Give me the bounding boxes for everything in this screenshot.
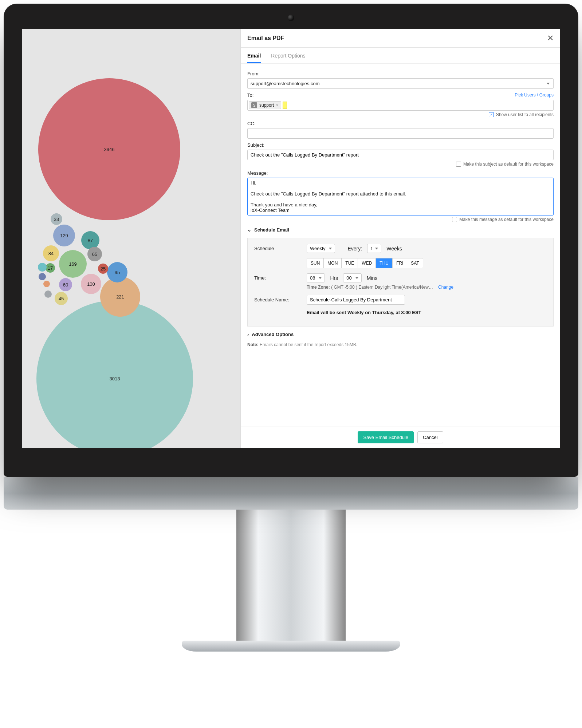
schedule-name-row: Schedule Name: [254, 295, 547, 305]
cc-label: CC: [247, 121, 554, 126]
cancel-button[interactable]: Cancel [417, 431, 443, 443]
hrs-unit: Hrs [330, 275, 338, 281]
day-fri[interactable]: FRI [393, 258, 407, 268]
monitor-stand-base [182, 641, 400, 652]
schedule-frequency-select[interactable]: Weekly [307, 244, 335, 253]
time-label: Time: [254, 275, 302, 281]
tz-label: Time Zone: [307, 285, 330, 290]
bubble: 221 [100, 277, 140, 317]
day-sun[interactable]: SUN [307, 258, 324, 268]
bubble: 100 [81, 274, 101, 294]
day-wed[interactable]: WED [358, 258, 376, 268]
recipient-chip-text: support [259, 103, 274, 108]
save-schedule-button[interactable]: Save Email Schedule [358, 431, 414, 443]
from-select[interactable]: support@eamstechnologies.com [247, 78, 554, 89]
subject-input[interactable] [247, 150, 554, 160]
tz-change-link[interactable]: Change [438, 285, 453, 290]
bubble: 45 [55, 292, 68, 305]
remove-chip-icon[interactable]: × [276, 103, 279, 108]
monitor-frame: 39463013221169129100958784656045332517 E… [4, 4, 578, 652]
bubble: 65 [87, 247, 102, 261]
chevron-right-icon: › [247, 332, 249, 337]
day-thu[interactable]: THU [376, 258, 393, 268]
note-label: Note: [247, 342, 259, 347]
close-icon[interactable]: ✕ [547, 33, 554, 43]
recipient-chip[interactable]: S support × [249, 101, 281, 109]
schedule-label: Schedule [254, 246, 302, 251]
day-tue[interactable]: TUE [342, 258, 358, 268]
schedule-section-title: Schedule Email [254, 227, 289, 233]
tab-report-options[interactable]: Report Options [271, 53, 305, 63]
chevron-down-icon: ⌄ [247, 227, 251, 233]
schedule-summary-row: Email will be sent Weekly on Thursday, a… [254, 310, 547, 315]
bubble [38, 263, 47, 272]
mins-unit: Mins [367, 275, 378, 281]
bubble: 25 [98, 264, 108, 274]
screen: 39463013221169129100958784656045332517 E… [22, 29, 560, 448]
message-default-checkbox[interactable] [452, 217, 457, 222]
bubble: 95 [107, 262, 127, 282]
monitor-chin [4, 477, 578, 510]
subject-default-row: Make this subject as default for this wo… [247, 162, 554, 167]
monitor-bezel: 39463013221169129100958784656045332517 E… [4, 4, 578, 477]
days-row: SUNMONTUEWEDTHUFRISAT [307, 258, 547, 268]
bubble: 129 [53, 225, 75, 246]
advanced-section-title: Advanced Options [252, 332, 294, 337]
bubble: 3946 [38, 78, 180, 220]
bubble: 33 [51, 213, 62, 225]
to-label-row: To: Pick Users / Groups [247, 92, 554, 98]
advanced-toggle[interactable]: › Advanced Options [247, 332, 554, 337]
schedule-name-input[interactable] [307, 295, 405, 305]
show-list-row: Show user list to all recipients [247, 112, 554, 117]
camera-dot [288, 15, 294, 21]
bubble: 3013 [36, 300, 193, 448]
message-default-label: Make this message as default for this wo… [459, 217, 554, 222]
tab-email[interactable]: Email [247, 53, 261, 63]
dialog-title: Email as PDF [247, 35, 284, 41]
recipient-avatar-icon: S [251, 102, 257, 108]
subject-label: Subject: [247, 142, 554, 148]
day-sat[interactable]: SAT [407, 258, 422, 268]
every-value-select[interactable]: 1 [367, 244, 381, 253]
dialog-header: Email as PDF ✕ [241, 29, 560, 48]
pick-users-link[interactable]: Pick Users / Groups [515, 92, 554, 98]
subject-default-checkbox[interactable] [456, 162, 461, 167]
message-default-row: Make this message as default for this wo… [247, 217, 554, 222]
time-row: Time: 08 Hrs 00 Mins [254, 273, 547, 282]
cc-input[interactable] [247, 128, 554, 139]
every-unit: Weeks [386, 246, 402, 252]
schedule-box: Schedule Weekly Every: 1 Weeks SUNMONTUE… [247, 238, 554, 327]
tz-row: Time Zone: ( GMT -5:00 ) Eastern Dayligh… [307, 285, 547, 290]
message-label: Message: [247, 170, 554, 176]
note-text: Emails cannot be sent if the report exce… [260, 342, 357, 347]
bubble [39, 273, 46, 280]
schedule-toggle[interactable]: ⌄ Schedule Email [247, 227, 554, 233]
bubble: 84 [43, 245, 59, 261]
dialog-body: From: support@eamstechnologies.com To: P… [241, 64, 560, 427]
subject-default-label: Make this subject as default for this wo… [463, 162, 554, 167]
hrs-select[interactable]: 08 [307, 273, 325, 282]
mins-select[interactable]: 00 [343, 273, 361, 282]
email-dialog: Email as PDF ✕ Email Report Options From… [240, 29, 560, 448]
show-list-label: Show user list to all recipients [496, 112, 554, 117]
bubble-chart-area: 39463013221169129100958784656045332517 [22, 29, 240, 448]
bubble: 17 [46, 263, 55, 273]
schedule-freq-row: Schedule Weekly Every: 1 Weeks [254, 244, 547, 253]
bubble: 87 [81, 231, 99, 249]
to-label: To: [247, 92, 253, 98]
from-label: From: [247, 71, 554, 76]
message-textarea[interactable]: Hi, Check out the "Calls Logged By Depar… [247, 178, 554, 215]
day-picker: SUNMONTUEWEDTHUFRISAT [307, 258, 423, 268]
bubble: 60 [59, 278, 72, 291]
schedule-name-label: Schedule Name: [254, 297, 302, 302]
bubble [43, 281, 50, 287]
show-list-checkbox[interactable] [489, 112, 494, 117]
tz-value: ( GMT -5:00 ) Eastern Daylight Time(Amer… [331, 285, 433, 290]
footer-note: Note: Emails cannot be sent if the repor… [247, 342, 554, 347]
to-input[interactable]: S support × [247, 100, 554, 111]
bubble: 169 [59, 250, 87, 278]
dialog-footer: Save Email Schedule Cancel [241, 427, 560, 448]
day-mon[interactable]: MON [324, 258, 342, 268]
every-label: Every: [347, 246, 362, 252]
monitor-stand-neck [236, 510, 346, 648]
